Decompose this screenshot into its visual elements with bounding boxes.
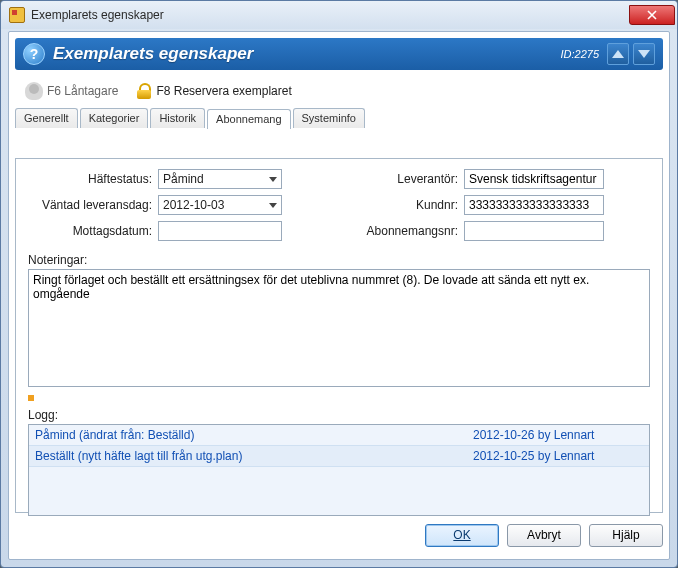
log-list: Påmind (ändrat från: Beställd) 2012-10-2… bbox=[28, 424, 650, 516]
vantad-value: 2012-10-03 bbox=[163, 198, 224, 212]
tab-kategorier[interactable]: Kategorier bbox=[80, 108, 149, 128]
ok-button[interactable]: OK bbox=[425, 524, 499, 547]
leverantor-input[interactable] bbox=[464, 169, 604, 189]
haftestatus-label: Häftestatus: bbox=[28, 172, 152, 186]
tab-historik[interactable]: Historik bbox=[150, 108, 205, 128]
next-record-button[interactable] bbox=[633, 43, 655, 65]
tab-bar: Generellt Kategorier Historik Abonnemang… bbox=[15, 108, 663, 128]
toolbar-borrower[interactable]: F6 Låntagare bbox=[19, 80, 124, 102]
notes-textarea[interactable] bbox=[28, 269, 650, 387]
kundnr-label: Kundnr: bbox=[348, 198, 458, 212]
mottag-label: Mottagsdatum: bbox=[28, 224, 152, 238]
window-frame: Exemplarets egenskaper ? Exemplarets ege… bbox=[0, 0, 678, 568]
log-row-desc: Beställt (nytt häfte lagt till från utg.… bbox=[35, 449, 473, 463]
tab-generellt[interactable]: Generellt bbox=[15, 108, 78, 128]
notes-label: Noteringar: bbox=[28, 253, 650, 267]
button-bar: OK Avbryt Hjälp bbox=[15, 519, 663, 551]
log-row[interactable]: Påmind (ändrat från: Beställd) 2012-10-2… bbox=[29, 425, 649, 446]
haftestatus-value: Påmind bbox=[163, 172, 204, 186]
haftestatus-combo[interactable]: Påmind bbox=[158, 169, 282, 189]
tab-abonnemang[interactable]: Abonnemang bbox=[207, 109, 290, 129]
log-row-meta: 2012-10-25 by Lennart bbox=[473, 449, 643, 463]
chevron-down-icon bbox=[269, 177, 277, 182]
log-row-meta: 2012-10-26 by Lennart bbox=[473, 428, 643, 442]
abnr-input[interactable] bbox=[464, 221, 604, 241]
app-icon bbox=[9, 7, 25, 23]
arrow-down-icon bbox=[638, 50, 650, 58]
tab-panel-abonnemang: Häftestatus: Påmind Väntad leveransdag: … bbox=[15, 158, 663, 513]
banner: ? Exemplarets egenskaper ID:2275 bbox=[15, 38, 663, 70]
tab-systeminfo[interactable]: Systeminfo bbox=[293, 108, 365, 128]
arrow-up-icon bbox=[612, 50, 624, 58]
window-close-button[interactable] bbox=[629, 5, 675, 25]
toolbar-reserve[interactable]: F8 Reservera exemplaret bbox=[130, 81, 297, 101]
cancel-button[interactable]: Avbryt bbox=[507, 524, 581, 547]
content-shell: ? Exemplarets egenskaper ID:2275 F6 Lånt… bbox=[8, 31, 670, 560]
toolbar-borrower-label: F6 Låntagare bbox=[47, 84, 118, 98]
chevron-down-icon bbox=[269, 203, 277, 208]
titlebar[interactable]: Exemplarets egenskaper bbox=[1, 1, 677, 29]
log-row-desc: Påmind (ändrat från: Beställd) bbox=[35, 428, 473, 442]
abnr-label: Abonnemangsnr: bbox=[348, 224, 458, 238]
modified-indicator-icon bbox=[28, 395, 34, 401]
kundnr-input[interactable] bbox=[464, 195, 604, 215]
toolbar-reserve-label: F8 Reservera exemplaret bbox=[156, 84, 291, 98]
user-icon bbox=[25, 82, 43, 100]
lock-icon bbox=[136, 83, 152, 99]
log-label: Logg: bbox=[28, 408, 650, 422]
toolbar: F6 Låntagare F8 Reservera exemplaret bbox=[15, 76, 663, 106]
leverantor-label: Leverantör: bbox=[348, 172, 458, 186]
log-row[interactable]: Beställt (nytt häfte lagt till från utg.… bbox=[29, 446, 649, 467]
vantad-date-combo[interactable]: 2012-10-03 bbox=[158, 195, 282, 215]
help-icon[interactable]: ? bbox=[23, 43, 45, 65]
window-title: Exemplarets egenskaper bbox=[31, 8, 164, 22]
close-icon bbox=[647, 10, 657, 20]
mottag-input[interactable] bbox=[158, 221, 282, 241]
prev-record-button[interactable] bbox=[607, 43, 629, 65]
vantad-label: Väntad leveransdag: bbox=[28, 198, 152, 212]
help-button[interactable]: Hjälp bbox=[589, 524, 663, 547]
banner-id-label: ID:2275 bbox=[560, 48, 599, 60]
banner-title: Exemplarets egenskaper bbox=[53, 44, 253, 64]
